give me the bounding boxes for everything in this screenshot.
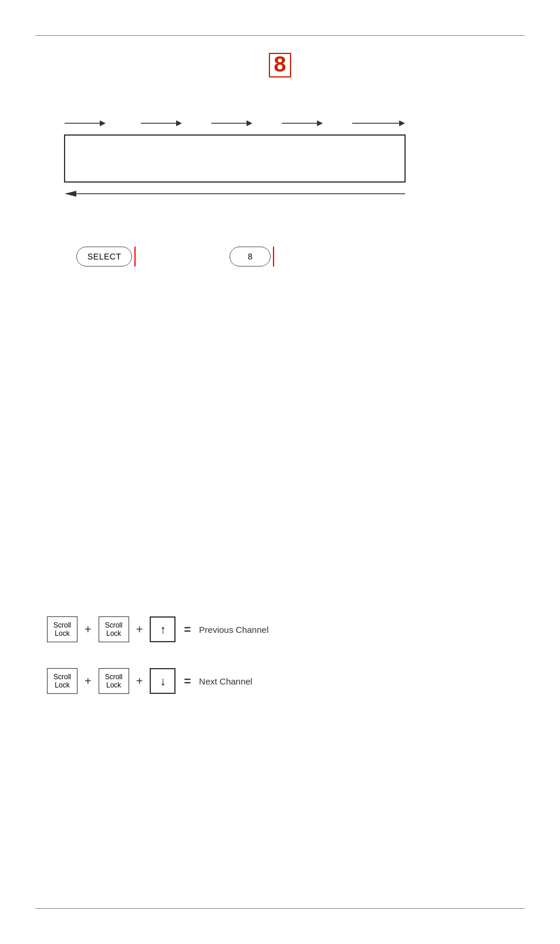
scroll-lock-key-1a: ScrollLock: [47, 616, 77, 642]
next-channel-label: Next Channel: [199, 676, 252, 686]
down-arrow-key: ↓: [150, 668, 176, 694]
up-arrow-key: ↑: [150, 616, 176, 642]
svg-marker-8: [317, 120, 323, 126]
number-button[interactable]: 8: [230, 247, 271, 267]
svg-marker-4: [176, 120, 182, 126]
top-divider: [35, 35, 525, 36]
next-channel-row: ScrollLock + ScrollLock + ↓ = Next Chann…: [47, 668, 268, 694]
digit-display: 8: [269, 53, 291, 77]
key-combo-section: ScrollLock + ScrollLock + ↑ = Previous C…: [47, 616, 268, 720]
svg-marker-6: [247, 120, 252, 126]
svg-marker-10: [399, 120, 405, 126]
previous-channel-label: Previous Channel: [199, 625, 268, 635]
buttons-row: SELECT 8: [76, 247, 274, 267]
svg-rect-0: [65, 135, 405, 182]
plus-icon-1b: +: [136, 623, 143, 636]
svg-marker-2: [100, 120, 106, 126]
previous-channel-row: ScrollLock + ScrollLock + ↑ = Previous C…: [47, 616, 268, 642]
svg-marker-12: [65, 191, 76, 197]
flow-diagram: [47, 106, 446, 211]
scroll-lock-key-2a: ScrollLock: [47, 668, 77, 694]
select-red-indicator: [134, 247, 136, 267]
scroll-lock-key-1b: ScrollLock: [99, 616, 129, 642]
plus-icon-2a: +: [85, 675, 92, 688]
bottom-divider: [35, 908, 525, 909]
equals-icon-1: =: [184, 623, 191, 636]
plus-icon-1a: +: [85, 623, 92, 636]
number-red-indicator: [273, 247, 274, 267]
plus-icon-2b: +: [136, 675, 143, 688]
scroll-lock-key-2b: ScrollLock: [99, 668, 129, 694]
select-button[interactable]: SELECT: [76, 247, 132, 267]
equals-icon-2: =: [184, 675, 191, 688]
